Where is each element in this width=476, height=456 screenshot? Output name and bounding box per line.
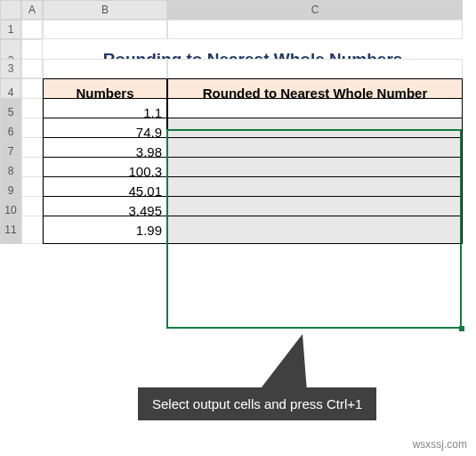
watermark-text: wsxssj.com — [413, 438, 467, 451]
row-header-11[interactable]: 11 — [0, 216, 21, 244]
tooltip-callout: Select output cells and press Ctrl+1 — [138, 387, 376, 420]
cell-a11[interactable] — [21, 216, 43, 244]
col-header-c[interactable]: C — [167, 0, 463, 20]
spreadsheet-grid[interactable]: A B C 1 2 Rounding to Nearest Whole Numb… — [0, 0, 476, 235]
cell-b11[interactable]: 1.99 — [43, 216, 167, 244]
cell-a3[interactable] — [21, 59, 43, 78]
cell-c11[interactable] — [167, 216, 463, 244]
cell-c1[interactable] — [167, 20, 463, 39]
row-header-3[interactable]: 3 — [0, 59, 21, 78]
cell-a1[interactable] — [21, 20, 43, 39]
cell-b3[interactable] — [43, 59, 167, 78]
row-header-1[interactable]: 1 — [0, 20, 21, 39]
select-all-corner[interactable] — [0, 0, 21, 20]
cell-b1[interactable] — [43, 20, 167, 39]
cell-c3[interactable] — [167, 59, 463, 78]
fill-handle[interactable] — [459, 326, 464, 331]
callout-arrow-icon — [258, 334, 307, 392]
col-header-b[interactable]: B — [43, 0, 167, 20]
col-header-a[interactable]: A — [21, 0, 43, 20]
